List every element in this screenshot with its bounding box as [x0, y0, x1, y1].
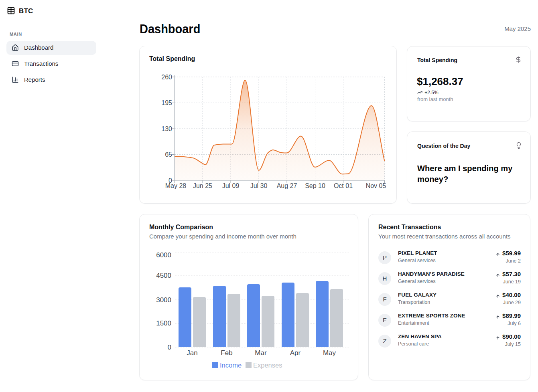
- svg-text:130: 130: [161, 125, 172, 132]
- svg-text:Aug 27: Aug 27: [277, 182, 297, 189]
- svg-text:Jul 09: Jul 09: [222, 182, 240, 189]
- svg-text:195: 195: [161, 99, 172, 106]
- svg-text:Jun 25: Jun 25: [193, 182, 212, 189]
- svg-text:260: 260: [161, 74, 172, 81]
- svg-text:Sep 10: Sep 10: [305, 182, 325, 189]
- svg-text:65: 65: [165, 151, 172, 158]
- svg-text:Nov 05: Nov 05: [366, 182, 386, 189]
- svg-text:Oct 01: Oct 01: [334, 182, 353, 189]
- svg-text:May 28: May 28: [165, 182, 187, 189]
- svg-text:Jul 30: Jul 30: [250, 182, 268, 189]
